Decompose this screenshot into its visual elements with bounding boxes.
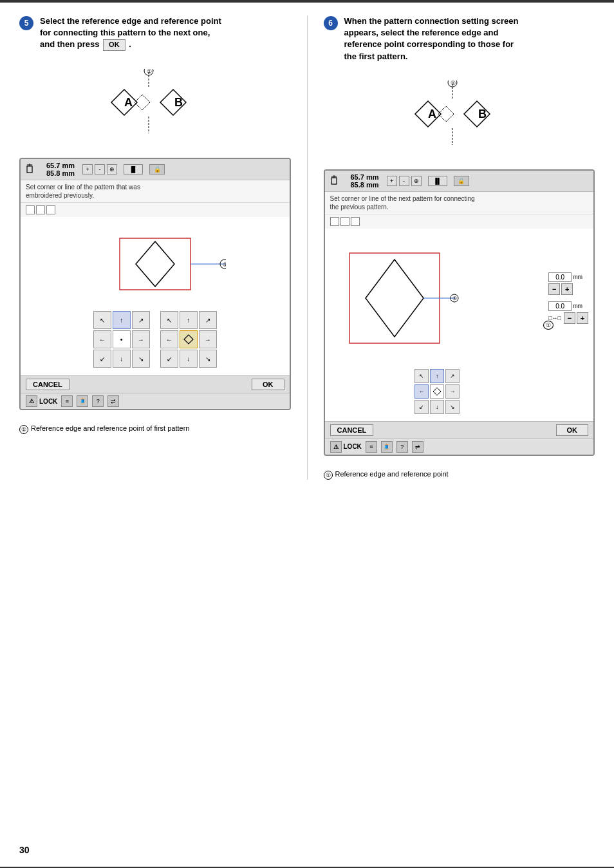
right-machine-screen: 65.7 mm 85.8 mm + - ⊕ ▐▌ 🔒 Set corner or… [324,169,595,456]
lock-item[interactable]: ⚠ LOCK [26,395,57,407]
left-screen-footer: CANCEL OK [21,375,290,393]
right-screen-footer: CANCEL OK [325,421,594,439]
mm-minus-1[interactable]: − [548,283,560,295]
svg-text:①: ① [452,296,457,301]
ctrl-minus-btn[interactable]: - [95,164,105,175]
svg-text:①: ① [147,69,152,75]
svg-text:A: A [124,96,133,109]
left-column: 5 Select the reference edge and referenc… [19,15,291,480]
ref-tl[interactable]: ↖ [93,311,111,329]
left-cancel-btn[interactable]: CANCEL [26,379,70,390]
mm-row-2: 0.0 mm [548,301,588,311]
ref-r[interactable]: → [132,330,150,348]
step-5-header: 5 Select the reference edge and referenc… [19,15,291,51]
toolbar-usb-icon[interactable]: ⇌ [107,395,119,407]
right-caption-circle: ① [324,471,333,480]
ctrl-wide-btn[interactable]: ▐▌ [124,164,143,175]
left-screen-controls: + - ⊕ [82,164,117,175]
right-diamond-diagram: A B ① [324,80,595,151]
ref-l[interactable]: ← [93,330,111,348]
right-screen-dim: 65.7 mm 85.8 mm [351,173,379,189]
left-screen-info: Set corner or line of the pattern that w… [21,180,290,203]
step-6-text: When the pattern connection setting scre… [344,15,519,62]
svg-rect-27 [331,178,337,184]
r-c[interactable] [430,384,444,399]
ref-tr[interactable]: ↗ [132,311,150,329]
inner-t[interactable]: ↑ [180,311,198,329]
toolbar-list-icon[interactable]: ≡ [61,395,73,407]
r-br[interactable]: ↘ [445,400,460,414]
right-ctrl-icon-btn[interactable]: 🔒 [454,176,469,186]
right-screen-info: Set corner or line of the next pattern f… [325,192,594,214]
lock-label: LOCK [39,398,57,405]
right-ok-btn[interactable]: OK [556,424,589,436]
r-tl[interactable]: ↖ [414,369,429,383]
left-screen-dim: 65.7 mm 85.8 mm [46,162,75,177]
ctrl-icon-btn[interactable]: 🔒 [149,164,165,175]
ref-b[interactable]: ↓ [113,350,131,368]
mm-minus-2[interactable]: − [564,312,575,324]
left-caption: ① Reference edge and reference point of … [19,424,291,434]
ctrl-plus-btn[interactable]: + [82,164,93,175]
svg-text:①: ① [451,80,456,86]
r-t[interactable]: ↑ [430,369,444,383]
mm-row-1: 0.0 mm [548,272,588,282]
inner-l[interactable]: ← [160,330,178,348]
right-ctrl-plus-btn[interactable]: + [387,176,397,186]
inner-c[interactable] [180,330,198,348]
ok-inline-btn[interactable]: OK [103,39,126,51]
left-diamond-diagram: A B ① [19,69,291,140]
svg-marker-31 [366,259,423,337]
right-cancel-btn[interactable]: CANCEL [330,424,374,436]
step-5-text: Select the reference edge and reference … [40,15,221,51]
left-bottom-toolbar: ⚠ LOCK ≡ 🧵 ? ⇌ [21,393,290,409]
right-toolbar-thread-icon[interactable]: 🧵 [381,441,393,453]
mm-plus-2[interactable]: + [577,312,588,324]
left-ok-btn[interactable]: OK [252,379,284,390]
ref-t[interactable]: ↑ [113,311,131,329]
right-pattern-area: ① ① ↖ [325,229,594,421]
right-lock-item[interactable]: ⚠ LOCK [330,441,362,453]
ctrl-crosshair-btn[interactable]: ⊕ [107,164,117,175]
ref-bl[interactable]: ↙ [93,350,111,368]
inner-tl[interactable]: ↖ [160,311,178,329]
svg-text:A: A [428,108,436,120]
r-l[interactable]: ← [414,384,429,399]
right-ref-grid-top[interactable]: ↖ ↑ ↗ ← → ↙ ↓ ↘ [414,369,460,414]
right-mm-controls: 0.0 mm − + 0.0 mm □↔□ − + [548,272,588,324]
mm-btns-2: □↔□ − + [548,312,588,324]
color-sq-2 [36,205,45,214]
r-bl[interactable]: ↙ [414,400,429,414]
inner-r[interactable]: → [199,330,217,348]
right-toolbar-list-icon[interactable]: ≡ [366,441,377,453]
ref-c[interactable]: • [113,330,131,348]
left-caption-text: Reference edge and reference point of fi… [31,424,189,432]
ref-br[interactable]: ↘ [132,350,150,368]
step-6-circle: 6 [324,16,338,30]
right-color-sq-3 [351,217,360,226]
right-screen-diamond: ① [330,234,459,363]
left-machine-screen: 65.7 mm 85.8 mm + - ⊕ ▐▌ 🔒 Set corner or… [19,158,291,410]
r-tr[interactable]: ↗ [445,369,460,383]
right-ctrl-wide-btn[interactable]: ▐▌ [428,176,447,186]
right-color-squares [325,214,594,229]
toolbar-question-icon[interactable]: ? [92,395,104,407]
r-r[interactable]: → [445,384,460,399]
right-ctrl-minus-btn[interactable]: - [399,176,409,186]
inner-tr[interactable]: ↗ [199,311,217,329]
inner-br[interactable]: ↘ [199,350,217,368]
r-b[interactable]: ↓ [430,400,444,414]
toolbar-thread-icon[interactable]: 🧵 [77,395,88,407]
right-ctrl-crosshair-btn[interactable]: ⊕ [411,176,422,186]
left-inner-ref-grid[interactable]: ↖ ↑ ↗ ← → ↙ ↓ ↘ [160,311,217,368]
left-pattern-area: ① ↖ ↑ [21,217,290,375]
mm-label-1: mm [573,274,586,280]
page-content: 5 Select the reference edge and referenc… [0,3,614,493]
inner-bl[interactable]: ↙ [160,350,178,368]
right-bottom-toolbar: ⚠ LOCK ≡ 🧵 ? ⇌ [325,439,594,455]
mm-plus-1[interactable]: + [561,283,573,295]
right-toolbar-question-icon[interactable]: ? [396,441,408,453]
left-ref-grid[interactable]: ↖ ↑ ↗ ← [93,311,150,368]
right-toolbar-usb-icon[interactable]: ⇌ [412,441,423,453]
inner-b[interactable]: ↓ [180,350,198,368]
